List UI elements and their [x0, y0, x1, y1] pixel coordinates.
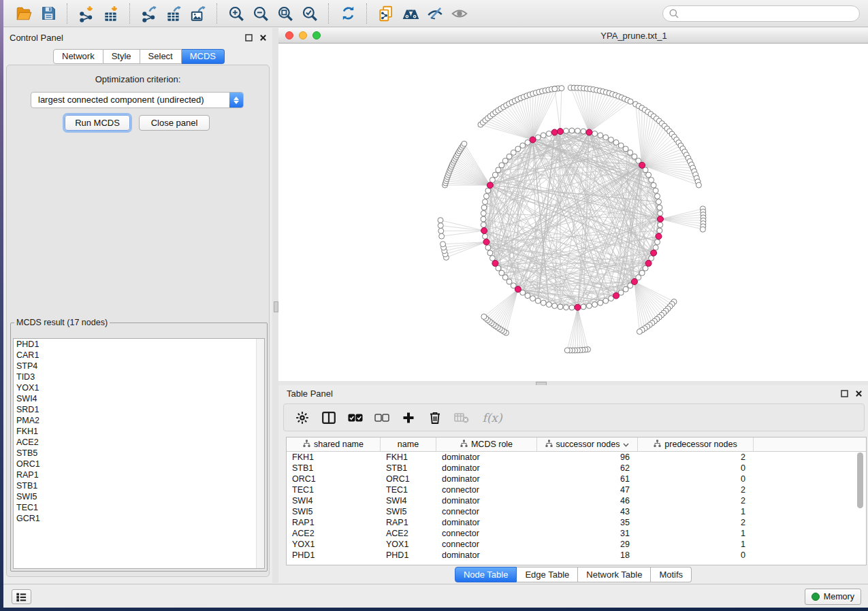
mcds-result-item[interactable]: GCR1	[14, 513, 264, 524]
import-network-icon[interactable]	[74, 3, 99, 24]
refresh-layout-icon[interactable]	[336, 3, 360, 24]
open-session-icon[interactable]	[12, 3, 36, 24]
deselect-all-icon[interactable]	[374, 410, 389, 425]
tab-select[interactable]: Select	[140, 49, 182, 64]
export-image-icon[interactable]	[186, 3, 210, 24]
search-box[interactable]	[662, 5, 860, 22]
tab-node-table[interactable]: Node Table	[455, 567, 517, 582]
table-toolbar: f(x)	[283, 403, 865, 431]
mcds-result-item[interactable]: PHD1	[14, 339, 264, 350]
tab-network-table[interactable]: Network Table	[578, 567, 651, 582]
table-row[interactable]: RAP1RAP1dominator352	[287, 517, 866, 528]
table-row[interactable]: STB1STB1dominator620	[287, 463, 866, 474]
mcds-result-item[interactable]: STB1	[14, 480, 264, 491]
table-cell: FKH1	[287, 452, 381, 463]
save-session-icon[interactable]	[36, 3, 61, 24]
criterion-dropdown[interactable]: largest connected component (undirected)	[31, 92, 244, 108]
zoom-out-icon[interactable]	[248, 3, 273, 24]
minimize-window-icon[interactable]	[299, 31, 307, 39]
export-network-icon[interactable]	[137, 3, 161, 24]
table-cell: SWI4	[381, 495, 436, 506]
table-row[interactable]: FKH1FKH1dominator962	[287, 452, 866, 463]
memory-button[interactable]: Memory	[805, 589, 861, 605]
float-panel-icon[interactable]	[841, 390, 848, 397]
criterion-value: largest connected component (undirected)	[31, 93, 243, 108]
network-canvas[interactable]	[278, 44, 868, 381]
table-cell: dominator	[436, 452, 537, 463]
node-table[interactable]: shared namenameMCDS rolesuccessor nodesp…	[286, 437, 867, 565]
splitter-grip[interactable]	[274, 301, 278, 312]
mcds-result-list[interactable]: PHD1CAR1STP4TID3YOX1SWI4SRD1PMA2FKH1ACE2…	[13, 338, 265, 569]
select-all-icon[interactable]	[348, 410, 363, 425]
column-header-shared-name[interactable]: shared name	[287, 437, 381, 451]
column-header-successor-nodes[interactable]: successor nodes	[537, 437, 638, 451]
tab-motifs[interactable]: Motifs	[651, 567, 692, 582]
log-console-button[interactable]	[12, 589, 31, 604]
tab-style[interactable]: Style	[103, 49, 140, 64]
table-row[interactable]: PHD1PHD1dominator180	[287, 550, 866, 561]
table-cell: SWI5	[287, 506, 381, 517]
clone-network-icon[interactable]	[374, 3, 398, 24]
first-neighbors-icon[interactable]	[398, 3, 423, 24]
mcds-result-item[interactable]: ACE2	[14, 437, 264, 448]
network-graph[interactable]	[278, 44, 868, 381]
mcds-result-item[interactable]: RAP1	[14, 469, 264, 480]
mcds-result-item[interactable]: SWI4	[14, 393, 264, 404]
zoom-selected-icon[interactable]	[298, 3, 322, 24]
mcds-result-item[interactable]: STP4	[14, 361, 264, 371]
list-scrollbar[interactable]	[256, 339, 264, 568]
tab-network[interactable]: Network	[53, 49, 103, 64]
close-panel-icon[interactable]	[855, 390, 863, 397]
mcds-result-item[interactable]: SWI5	[14, 491, 264, 502]
table-row[interactable]: SWI5SWI5connector431	[287, 506, 866, 517]
mcds-result-item[interactable]: YOX1	[14, 382, 264, 393]
delete-column-icon[interactable]	[428, 410, 443, 425]
table-row[interactable]: ACE2ACE2connector311	[287, 528, 866, 539]
table-row[interactable]: YOX1YOX1connector291	[287, 539, 866, 550]
toolbar-separator	[216, 3, 218, 24]
float-panel-icon[interactable]	[245, 34, 253, 42]
mcds-result-item[interactable]: ORC1	[14, 459, 264, 469]
hide-selected-icon[interactable]	[423, 3, 447, 24]
tab-mcds[interactable]: MCDS	[182, 49, 225, 64]
mcds-result-item[interactable]: TEC1	[14, 502, 264, 513]
table-row[interactable]: SWI4SWI4dominator462	[287, 495, 866, 506]
maximize-window-icon[interactable]	[312, 31, 321, 39]
scrollbar-thumb[interactable]	[857, 452, 863, 508]
delete-table-icon[interactable]	[454, 410, 469, 425]
table-cell: 1	[638, 506, 754, 517]
search-input[interactable]	[679, 8, 852, 19]
run-mcds-button[interactable]: Run MCDS	[65, 115, 130, 131]
zoom-in-icon[interactable]	[224, 3, 248, 24]
table-cell: dominator	[436, 550, 537, 561]
column-header-predecessor-nodes[interactable]: predecessor nodes	[638, 437, 754, 451]
export-table-icon[interactable]	[161, 3, 186, 24]
table-row[interactable]: ORC1ORC1dominator610	[287, 474, 866, 484]
mcds-result-item[interactable]: TID3	[14, 371, 264, 382]
column-label: shared name	[314, 440, 364, 449]
import-table-icon[interactable]	[99, 3, 123, 24]
function-builder-icon[interactable]: f(x)	[481, 410, 504, 425]
close-panel-icon[interactable]	[259, 34, 267, 42]
mcds-result-item[interactable]: SRD1	[14, 404, 264, 415]
close-panel-button[interactable]: Close panel	[139, 115, 210, 131]
mcds-result-item[interactable]: FKH1	[14, 426, 264, 437]
column-header-MCDS-role[interactable]: MCDS role	[436, 437, 537, 451]
column-header-name[interactable]: name	[381, 437, 436, 451]
mcds-result-item[interactable]: PMA2	[14, 415, 264, 426]
network-window-titlebar[interactable]: YPA_prune.txt_1	[278, 28, 868, 44]
table-scrollbar[interactable]	[856, 452, 864, 561]
close-window-icon[interactable]	[285, 31, 293, 39]
table-row[interactable]: TEC1TEC1connector472	[287, 484, 866, 495]
show-columns-icon[interactable]	[321, 410, 336, 425]
show-all-icon[interactable]	[447, 3, 472, 24]
table-panel: Table Panel	[278, 385, 868, 583]
tab-edge-table[interactable]: Edge Table	[517, 567, 578, 582]
table-cell: dominator	[436, 474, 537, 484]
mcds-result-item[interactable]: CAR1	[14, 350, 264, 361]
add-column-icon[interactable]	[401, 410, 416, 425]
table-cell: 1	[638, 528, 754, 539]
mcds-result-item[interactable]: STB5	[14, 448, 264, 459]
zoom-fit-icon[interactable]	[273, 3, 298, 24]
table-settings-icon[interactable]	[295, 410, 310, 425]
